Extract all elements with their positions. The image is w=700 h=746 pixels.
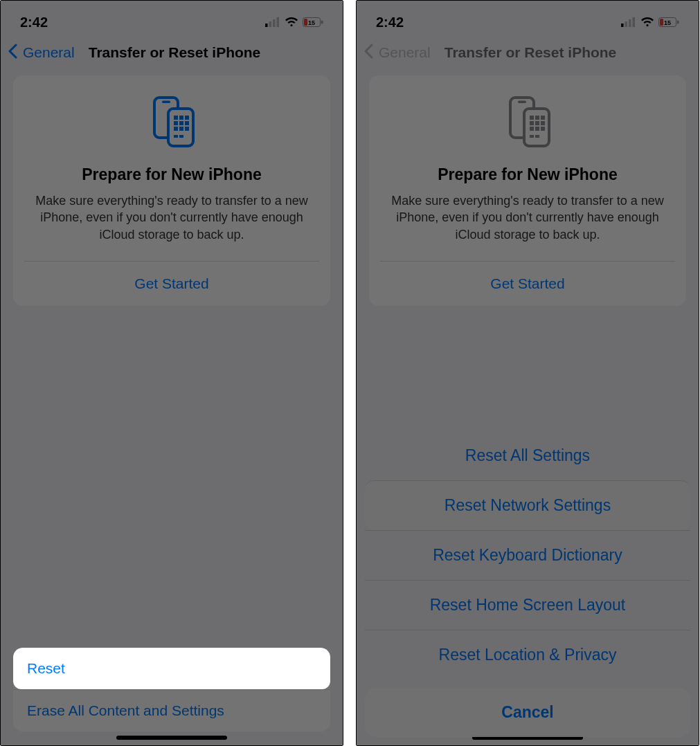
phone-right: 2:42 15 General Transfer or Reset iPhone (356, 0, 699, 746)
get-started-button: Get Started (380, 262, 675, 306)
svg-rect-5 (304, 19, 307, 26)
cancel-button[interactable]: Cancel (365, 688, 690, 737)
get-started-button[interactable]: Get Started (24, 262, 319, 306)
transfer-devices-icon (499, 95, 556, 152)
svg-rect-31 (518, 101, 526, 104)
svg-rect-22 (621, 24, 624, 27)
bottom-actions: Reset Erase All Content and Settings (13, 648, 330, 731)
card-desc: Make sure everything's ready to transfer… (24, 192, 319, 243)
back-chevron-icon (364, 44, 375, 62)
svg-rect-14 (174, 121, 178, 125)
svg-rect-19 (185, 127, 189, 131)
status-bar: 2:42 15 (1, 1, 343, 38)
status-bar: 2:42 15 (357, 1, 699, 38)
card-title: Prepare for New iPhone (24, 165, 319, 184)
reset-all-settings[interactable]: Reset All Settings (365, 431, 690, 480)
svg-rect-39 (530, 127, 534, 131)
svg-rect-34 (535, 116, 539, 120)
reset-location-privacy[interactable]: Reset Location & Privacy (365, 630, 690, 680)
battery-icon: 15 (658, 17, 679, 27)
svg-rect-23 (625, 21, 628, 27)
wifi-icon (285, 17, 298, 27)
page-title: Transfer or Reset iPhone (89, 44, 261, 61)
svg-rect-24 (629, 19, 631, 27)
svg-rect-20 (174, 135, 178, 138)
svg-rect-13 (185, 116, 189, 120)
svg-rect-33 (530, 116, 534, 120)
card-desc: Make sure everything's ready to transfer… (380, 192, 675, 243)
reset-keyboard-dictionary[interactable]: Reset Keyboard Dictionary (365, 530, 690, 580)
back-chevron-icon[interactable] (8, 44, 19, 62)
svg-rect-42 (530, 135, 534, 138)
svg-rect-9 (162, 101, 170, 104)
status-right: 15 (621, 17, 679, 27)
svg-rect-27 (660, 19, 663, 26)
transfer-devices-icon (143, 95, 200, 152)
erase-all-row[interactable]: Erase All Content and Settings (13, 689, 330, 731)
svg-rect-40 (535, 127, 539, 131)
reset-network-settings[interactable]: Reset Network Settings (365, 480, 690, 530)
wifi-icon (640, 17, 654, 27)
svg-rect-0 (265, 24, 268, 27)
svg-rect-12 (179, 116, 183, 120)
svg-rect-15 (179, 121, 183, 125)
battery-icon: 15 (303, 17, 323, 27)
svg-rect-3 (277, 17, 280, 27)
svg-rect-36 (530, 121, 534, 125)
svg-rect-16 (185, 121, 189, 125)
nav-bar: General Transfer or Reset iPhone (1, 38, 343, 71)
card-title: Prepare for New iPhone (380, 165, 675, 184)
svg-rect-6 (321, 21, 323, 24)
svg-rect-28 (677, 21, 679, 24)
status-right: 15 (265, 17, 323, 27)
reset-row[interactable]: Reset (13, 648, 330, 689)
back-button: General (379, 44, 431, 61)
svg-text:15: 15 (664, 19, 671, 26)
reset-home-screen-layout[interactable]: Reset Home Screen Layout (365, 580, 690, 630)
phone-left: 2:42 15 General Transfer or Reset iPhone (0, 0, 343, 746)
cellular-icon (621, 17, 636, 27)
svg-rect-2 (273, 19, 276, 27)
svg-rect-11 (174, 116, 178, 120)
svg-text:15: 15 (308, 19, 315, 26)
reset-options-sheet: Reset All Settings Reset Network Setting… (365, 431, 690, 680)
svg-rect-37 (535, 121, 539, 125)
prepare-card: Prepare for New iPhone Make sure everyth… (369, 75, 686, 306)
cellular-icon (265, 17, 280, 27)
svg-rect-1 (269, 21, 272, 27)
page-title: Transfer or Reset iPhone (445, 44, 617, 61)
svg-rect-35 (541, 116, 545, 120)
action-sheet: Reset All Settings Reset Network Setting… (365, 431, 690, 737)
back-button[interactable]: General (23, 44, 75, 61)
status-time: 2:42 (376, 15, 404, 30)
svg-rect-25 (633, 17, 636, 27)
status-time: 2:42 (20, 15, 48, 30)
svg-rect-18 (179, 127, 183, 131)
nav-bar: General Transfer or Reset iPhone (357, 38, 699, 71)
svg-rect-17 (174, 127, 178, 131)
prepare-card: Prepare for New iPhone Make sure everyth… (13, 75, 330, 306)
svg-rect-21 (179, 135, 183, 138)
svg-rect-41 (541, 127, 545, 131)
svg-rect-43 (535, 135, 539, 138)
home-indicator[interactable] (116, 736, 227, 740)
svg-rect-38 (541, 121, 545, 125)
